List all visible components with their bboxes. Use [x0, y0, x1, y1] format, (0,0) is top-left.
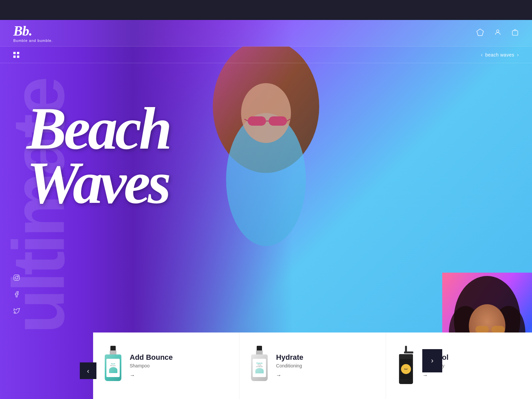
svg-rect-2: [512, 31, 518, 35]
breadcrumb-nav: ‹ beach waves ›: [481, 52, 519, 58]
breadcrumb-current: beach waves: [485, 52, 514, 58]
svg-point-12: [15, 276, 18, 279]
product-arrow-1[interactable]: →: [130, 372, 229, 378]
svg-point-1: [496, 30, 499, 32]
product-item-hydrate: Organic Family Conditioner Hydrate Condi…: [239, 332, 386, 399]
product-item-bounce-shampoo: Surf Shampoo Add Bounce Shampoo →: [93, 332, 239, 399]
hero-section: ultimate Beach Waves: [0, 63, 532, 399]
svg-rect-20: [491, 326, 505, 333]
hero-title-beach: Beach: [27, 103, 170, 154]
facebook-icon[interactable]: [13, 291, 20, 299]
breadcrumb-next-arrow[interactable]: ›: [517, 52, 519, 58]
product-info-2: Hydrate Conditioning →: [276, 353, 375, 378]
main-wrapper: Bb. Bumble and bumble.: [0, 20, 532, 399]
user-icon[interactable]: [494, 29, 501, 38]
svg-marker-0: [477, 29, 483, 36]
instagram-icon[interactable]: [13, 274, 20, 283]
top-bar: [0, 0, 532, 20]
product-type-2: Conditioning: [276, 363, 375, 368]
nav-header: Bb. Bumble and bumble.: [0, 20, 532, 47]
toolbar-row: ‹ beach waves ›: [0, 47, 532, 63]
product-arrow-2[interactable]: →: [276, 372, 375, 378]
prev-slide-button[interactable]: ‹: [80, 362, 96, 379]
product-name-1: Add Bounce: [130, 353, 229, 362]
grid-view-icon[interactable]: [13, 52, 19, 58]
product-bottle-1: Surf Shampoo: [103, 346, 123, 386]
svg-point-13: [18, 276, 19, 277]
svg-rect-19: [475, 326, 489, 333]
product-type-1: Shampoo: [130, 363, 229, 368]
shopping-bag-icon[interactable]: [511, 29, 519, 38]
svg-rect-6: [248, 116, 266, 126]
product-item-surf-spray: Surf Control Surf Spray →: [386, 332, 532, 399]
logo-area: Bb. Bumble and bumble.: [13, 24, 53, 43]
logo-script[interactable]: Bb.: [13, 24, 32, 38]
model-image: [183, 47, 349, 296]
breadcrumb-prev-arrow[interactable]: ‹: [481, 52, 482, 58]
product-arrow-3[interactable]: →: [423, 372, 522, 378]
twitter-icon[interactable]: [13, 308, 20, 316]
product-name-2: Hydrate: [276, 353, 375, 362]
svg-rect-11: [14, 275, 20, 281]
svg-point-5: [241, 83, 291, 143]
hero-title: Beach Waves: [27, 103, 170, 208]
diamond-icon[interactable]: [476, 28, 484, 38]
social-sidebar: [13, 274, 20, 316]
next-slide-button[interactable]: ›: [422, 349, 442, 372]
logo-full: Bumble and bumble.: [13, 39, 53, 43]
product-bottle-2: Organic Family Conditioner: [249, 346, 269, 386]
products-panel: Surf Shampoo Add Bounce Shampoo →: [93, 332, 532, 399]
product-bottle-3: Surf: [396, 346, 416, 386]
hero-title-waves: Waves: [27, 157, 170, 208]
svg-rect-7: [269, 116, 287, 126]
product-info-1: Add Bounce Shampoo →: [130, 353, 229, 378]
nav-icons: [476, 28, 519, 38]
